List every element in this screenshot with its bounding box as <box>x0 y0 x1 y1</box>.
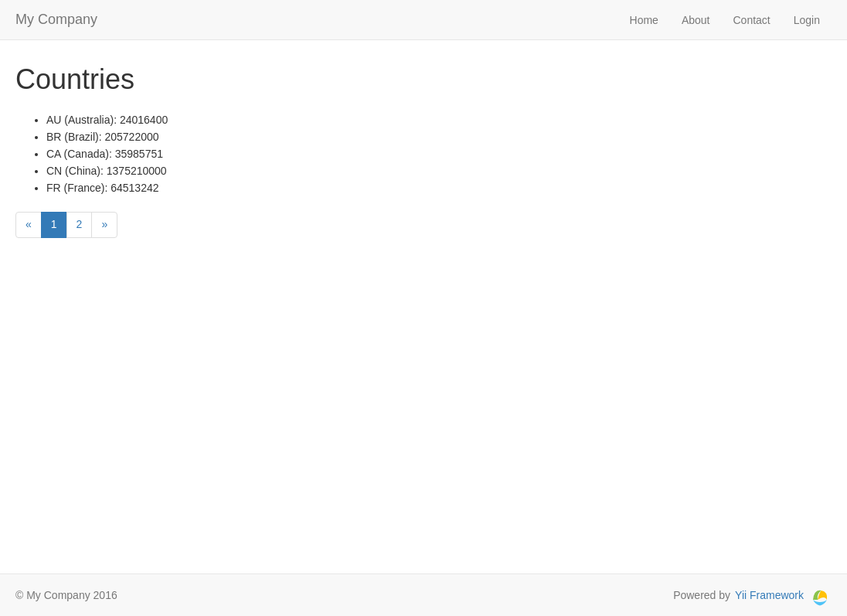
navbar-link-about[interactable]: About <box>670 0 722 40</box>
countries-list: AU (Australia): 24016400BR (Brazil): 205… <box>15 111 832 196</box>
yii-logo-icon <box>808 584 832 607</box>
navbar-item: Contact <box>721 0 781 40</box>
footer: © My Company 2016 Powered by Yii Framewo… <box>0 573 847 616</box>
pagination-next-link[interactable]: » <box>91 212 117 238</box>
pagination-page-2: 2 <box>67 212 93 238</box>
main-content: Countries AU (Australia): 24016400BR (Br… <box>0 40 847 573</box>
navbar-link-login[interactable]: Login <box>782 0 832 40</box>
list-item: BR (Brazil): 205722000 <box>46 128 832 145</box>
pagination-page-link[interactable]: 2 <box>66 212 93 238</box>
pagination: «12» <box>15 212 832 238</box>
page-title: Countries <box>15 63 832 96</box>
pagination-next: » <box>92 212 117 238</box>
powered-by-text: Powered by <box>673 589 730 601</box>
list-item: FR (France): 64513242 <box>46 179 832 196</box>
navbar-link-home[interactable]: Home <box>618 0 670 40</box>
pagination-active-page: 1 <box>41 212 67 238</box>
list-item: CN (China): 1375210000 <box>46 162 832 179</box>
navbar-link-contact[interactable]: Contact <box>721 0 781 40</box>
list-item: CA (Canada): 35985751 <box>46 145 832 162</box>
navbar-item: Home <box>618 0 670 40</box>
footer-copyright: © My Company 2016 <box>15 589 117 601</box>
yii-framework-link[interactable]: Yii Framework <box>735 589 804 601</box>
pagination-prev-link[interactable]: « <box>15 212 42 238</box>
footer-right: Powered by Yii Framework <box>673 584 832 607</box>
navbar-nav: HomeAboutContactLogin <box>618 0 832 40</box>
list-item: AU (Australia): 24016400 <box>46 111 832 128</box>
navbar: My Company HomeAboutContactLogin <box>0 0 847 40</box>
pagination-prev: « <box>15 212 42 238</box>
navbar-item: Login <box>782 0 832 40</box>
navbar-item: About <box>670 0 722 40</box>
pagination-page-1: 1 <box>42 212 67 238</box>
navbar-brand[interactable]: My Company <box>15 12 97 28</box>
